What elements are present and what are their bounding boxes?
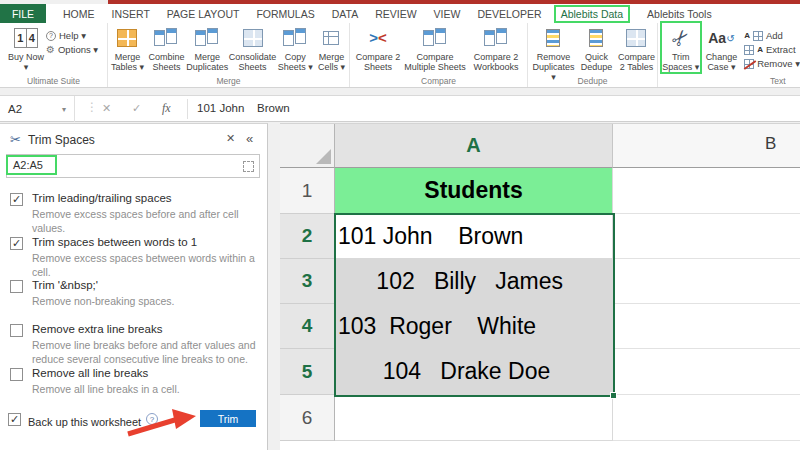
cell-a3[interactable]: 102 Billy James: [335, 259, 613, 304]
consolidate-sheets-button[interactable]: Consolidate Sheets: [229, 23, 277, 72]
option-label[interactable]: Trim leading/trailing spaces: [32, 192, 258, 204]
pane-scissors-icon: ✂: [10, 132, 21, 147]
group-label: Dedupe: [528, 76, 657, 86]
group-label: Text: [770, 76, 800, 86]
backup-label[interactable]: Back up this worksheet: [28, 416, 141, 428]
merge-duplicates-button[interactable]: Merge Duplicates: [186, 23, 229, 72]
group-label: Merge: [108, 76, 349, 86]
cell-b2[interactable]: [613, 214, 800, 259]
ribbon: 14 Buy Now ▾ ?Help ▾ ⚙Options ▾ Ultimate…: [0, 23, 800, 88]
tab-formulas[interactable]: FORMULAS: [256, 8, 314, 20]
tab-view[interactable]: VIEW: [434, 8, 461, 20]
cell-b6[interactable]: [613, 395, 800, 441]
compare-2-workbooks-button[interactable]: Compare 2 Workbooks: [466, 23, 526, 72]
select-all-corner[interactable]: [280, 124, 335, 168]
remove-icon: [744, 59, 754, 69]
tab-data[interactable]: DATA: [332, 8, 358, 20]
row-header-3[interactable]: 3: [280, 259, 335, 304]
enter-icon[interactable]: ✓: [132, 102, 141, 115]
pane-title: Trim Spaces: [28, 133, 95, 147]
merge-tables-button[interactable]: Merge Tables ▾: [108, 23, 147, 72]
pane-collapse-icon[interactable]: «: [246, 131, 253, 146]
row-header-4[interactable]: 4: [280, 304, 335, 349]
merge-cells-button[interactable]: Merge Cells ▾: [314, 23, 349, 72]
group-label: Ultimate Suite: [0, 76, 107, 86]
tab-insert[interactable]: INSERT: [112, 8, 150, 20]
cell-a5[interactable]: 104 Drake Doe: [335, 349, 613, 395]
cell-b3[interactable]: [613, 259, 800, 304]
range-input[interactable]: A2:A5: [6, 154, 260, 178]
trim-button[interactable]: Trim: [200, 410, 256, 427]
cell-a4[interactable]: 103 Roger White: [335, 304, 613, 349]
option-label[interactable]: Trim '&nbsp;': [32, 279, 258, 291]
cell-a1[interactable]: Students: [335, 168, 613, 214]
change-case-button[interactable]: Aa↺ Change Case ▾: [703, 23, 741, 72]
option-label[interactable]: Remove extra line breaks: [32, 323, 258, 335]
compare-multiple-sheets-icon: [423, 26, 447, 50]
row-header-6[interactable]: 6: [280, 395, 335, 441]
row-header-2[interactable]: 2: [280, 214, 335, 259]
consolidate-sheets-icon: [243, 26, 263, 50]
copy-sheets-icon: [283, 26, 307, 50]
row-header-5[interactable]: 5: [280, 349, 335, 395]
group-text: ✂ Trim Spaces ▾ Aa↺ Change Case ▾ AAdd A…: [658, 23, 800, 87]
compare-2-sheets-button[interactable]: >< Compare 2 Sheets: [352, 23, 404, 72]
cell-a6[interactable]: [335, 395, 613, 441]
group-dedupe: Remove Duplicates ▾ Quick Dedupe Compare…: [528, 23, 658, 87]
combine-sheets-button[interactable]: Combine Sheets: [147, 23, 186, 72]
pane-close-icon[interactable]: ✕: [226, 132, 235, 145]
compare-2-tables-icon: [626, 26, 646, 50]
option-desc: Remove all line breaks in a cell.: [32, 382, 260, 396]
worksheet-grid: A B 1 2 3 4 5 6 Students 101 John Brown …: [280, 123, 800, 450]
column-header-b[interactable]: B: [613, 124, 800, 168]
name-box-caret-icon[interactable]: ▾: [62, 105, 66, 114]
checkbox[interactable]: [10, 368, 23, 381]
help-button[interactable]: ?Help ▾: [46, 30, 98, 41]
tab-home[interactable]: HOME: [63, 8, 95, 20]
cell-b5[interactable]: [613, 349, 800, 395]
tab-developer[interactable]: DEVELOPER: [477, 8, 541, 20]
option-desc: Remove non-breaking spaces.: [32, 294, 260, 308]
remove-duplicates-button[interactable]: Remove Duplicates ▾: [530, 23, 577, 82]
option-label[interactable]: Remove all line breaks: [32, 367, 258, 379]
cell-b1[interactable]: [613, 168, 800, 214]
cell-b4[interactable]: [613, 304, 800, 349]
checkbox[interactable]: [10, 280, 23, 293]
row-header-1[interactable]: 1: [280, 168, 335, 214]
tab-file[interactable]: FILE: [0, 4, 46, 23]
compare-2-tables-button[interactable]: Compare 2 Tables: [616, 23, 657, 72]
add-button[interactable]: AAdd: [744, 30, 800, 41]
extract-button[interactable]: AExtract: [744, 44, 800, 55]
insert-function-icon[interactable]: fx: [162, 101, 171, 116]
extract-icon: [744, 45, 754, 55]
copy-sheets-button[interactable]: Copy Sheets ▾: [277, 23, 314, 72]
quick-dedupe-button[interactable]: Quick Dedupe: [577, 23, 616, 72]
checkbox[interactable]: [10, 324, 23, 337]
tab-review[interactable]: REVIEW: [375, 8, 416, 20]
trim-spaces-button[interactable]: ✂ Trim Spaces ▾: [662, 23, 700, 72]
remove-duplicates-icon: [546, 26, 560, 50]
checkbox[interactable]: ✓: [10, 193, 23, 206]
merge-duplicates-icon: [195, 26, 219, 50]
options-button[interactable]: ⚙Options ▾: [46, 44, 98, 55]
tab-ablebits-tools[interactable]: Ablebits Tools: [647, 8, 712, 20]
remove-button[interactable]: Remove ▾: [744, 58, 800, 69]
option-trim-between-words: ✓ Trim spaces between words to 1 Remove …: [10, 236, 258, 279]
group-ultimate-suite: 14 Buy Now ▾ ?Help ▾ ⚙Options ▾ Ultimate…: [0, 23, 108, 87]
buy-now-button[interactable]: 14 Buy Now ▾: [6, 23, 46, 72]
formula-divider: [187, 99, 188, 119]
checkbox[interactable]: ✓: [8, 413, 21, 426]
compare-2-sheets-icon: ><: [369, 26, 387, 50]
group-compare: >< Compare 2 Sheets Compare Multiple She…: [350, 23, 528, 87]
checkbox[interactable]: ✓: [10, 237, 23, 250]
tab-page-layout[interactable]: PAGE LAYOUT: [167, 8, 240, 20]
tab-ablebits-data[interactable]: Ablebits Data: [554, 5, 630, 23]
compare-multiple-sheets-button[interactable]: Compare Multiple Sheets: [404, 23, 466, 72]
formula-value[interactable]: 101 John Brown: [197, 102, 290, 114]
column-header-a[interactable]: A: [335, 124, 613, 168]
cancel-icon[interactable]: ✕: [102, 102, 111, 115]
cell-a2[interactable]: 101 John Brown: [335, 214, 613, 259]
option-label[interactable]: Trim spaces between words to 1: [32, 236, 258, 248]
trim-spaces-pane: ✂ Trim Spaces ✕ « A2:A5 ✓ Trim leading/t…: [0, 123, 268, 450]
select-range-icon[interactable]: [243, 161, 254, 172]
